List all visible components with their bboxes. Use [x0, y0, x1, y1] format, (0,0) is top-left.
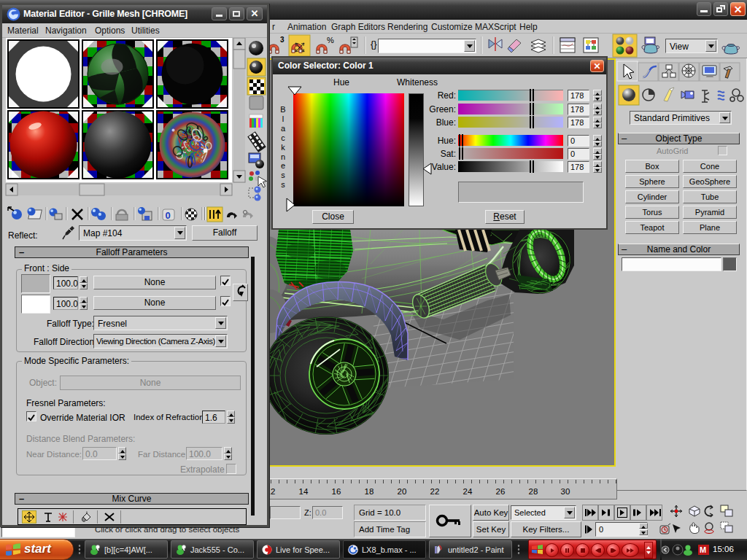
svg-text:20: 20: [398, 487, 407, 496]
svg-text:16: 16: [332, 487, 341, 496]
svg-text:3: 3: [280, 36, 285, 44]
svg-text:30: 30: [561, 487, 570, 496]
svg-text:M: M: [700, 545, 706, 554]
svg-text:14: 14: [299, 487, 309, 496]
svg-text:%: %: [327, 36, 334, 44]
svg-text:{}: {}: [371, 39, 377, 50]
svg-text:28: 28: [529, 487, 538, 496]
svg-text:24: 24: [463, 487, 473, 496]
svg-text:26: 26: [496, 487, 506, 496]
svg-text:22: 22: [430, 487, 440, 496]
svg-text:18: 18: [365, 487, 374, 496]
svg-text:0: 0: [166, 210, 171, 221]
